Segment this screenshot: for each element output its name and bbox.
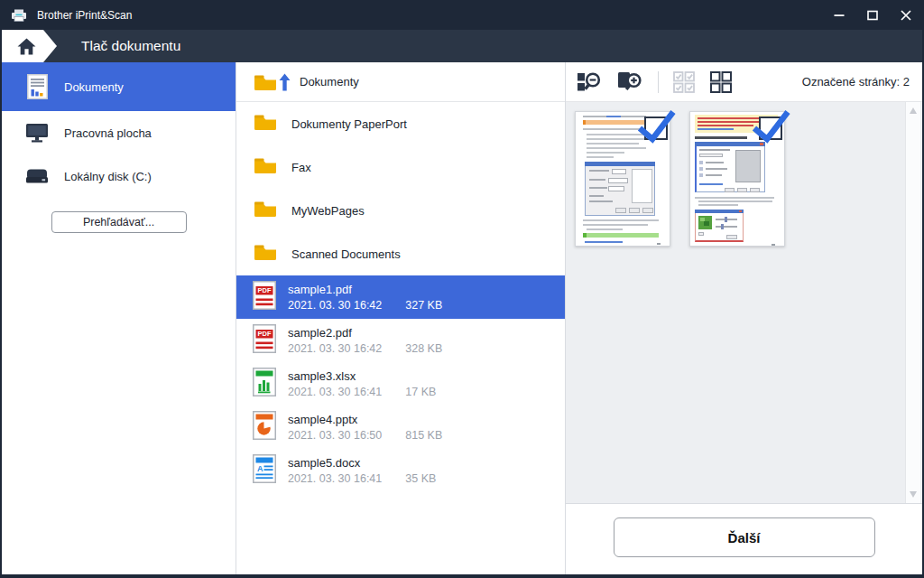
- pdf-file-icon: PDF: [253, 324, 276, 357]
- pptx-file-icon: [253, 411, 276, 443]
- minimize-button[interactable]: [822, 0, 855, 30]
- document-chart-icon: [25, 74, 49, 99]
- sidebar-item-label: Lokálny disk (C:): [64, 170, 152, 183]
- pdf-file-icon: PDF: [253, 281, 276, 313]
- home-button[interactable]: [2, 30, 58, 62]
- grid-view-icon[interactable]: [709, 70, 733, 94]
- file-date: 2021. 03. 30 16:41: [288, 386, 382, 398]
- file-size: 327 KB: [405, 299, 442, 312]
- file-size: 328 KB: [405, 342, 442, 355]
- scroll-down-icon[interactable]: [910, 491, 917, 498]
- folder-icon: [254, 113, 277, 135]
- home-icon: [17, 38, 36, 55]
- main-content: Dokumenty Pracovná plocha: [2, 62, 922, 574]
- zoom-out-icon[interactable]: [577, 70, 604, 94]
- folder-icon: [254, 200, 277, 221]
- page-thumbnail-2[interactable]: [689, 111, 785, 247]
- folder-row-paperport[interactable]: Dokumenty PaperPort: [236, 102, 565, 145]
- parent-folder-label: Dokumenty: [300, 75, 359, 89]
- folder-row-scanned-documents[interactable]: Scanned Documents: [236, 232, 565, 275]
- file-size: 35 KB: [405, 472, 436, 485]
- svg-text:A: A: [257, 464, 263, 473]
- app-header: Tlač dokumentu: [2, 30, 922, 62]
- next-button[interactable]: Ďalší: [614, 517, 875, 557]
- thumbnail-scrollbar[interactable]: [905, 102, 920, 503]
- sidebar-item-label: Pracovná plocha: [64, 126, 152, 140]
- file-row-sample5-docx[interactable]: A sample5.docx 2021. 03. 30 16:41 35 KB: [236, 449, 565, 492]
- folder-up-icon: [254, 73, 291, 91]
- file-name: sample4.pptx: [288, 413, 442, 426]
- file-date: 2021. 03. 30 16:41: [288, 472, 382, 485]
- page-2-checkbox[interactable]: [759, 117, 782, 140]
- file-row-sample1-pdf[interactable]: PDF sample1.pdf 2021. 03. 30 16:42 327 K…: [236, 275, 565, 319]
- file-row-sample3-xlsx[interactable]: sample3.xlsx 2021. 03. 30 16:41 17 KB: [236, 362, 565, 406]
- title-bar: Brother iPrint&Scan: [2, 0, 922, 30]
- sidebar: Dokumenty Pracovná plocha: [2, 62, 236, 574]
- file-row-sample2-pdf[interactable]: PDF sample2.pdf 2021. 03. 30 16:42 328 K…: [236, 319, 565, 362]
- disk-drive-icon: [25, 168, 49, 184]
- sidebar-item-lokalny-disk[interactable]: Lokálny disk (C:): [2, 154, 236, 198]
- file-date: 2021. 03. 30 16:42: [288, 342, 382, 355]
- folder-row-mywebpages[interactable]: MyWebPages: [236, 189, 565, 232]
- folder-row-fax[interactable]: Fax: [236, 145, 565, 189]
- file-row-sample4-pptx[interactable]: sample4.pptx 2021. 03. 30 16:50 815 KB: [236, 406, 565, 449]
- check-icon: [751, 109, 790, 144]
- svg-text:PDF: PDF: [258, 286, 272, 294]
- preview-toolbar: Označené stránky: 2: [566, 62, 922, 102]
- close-icon: [901, 10, 911, 21]
- maximize-button[interactable]: [855, 0, 889, 30]
- folder-icon: [254, 243, 277, 265]
- desktop-icon: [25, 123, 49, 143]
- printer-app-icon: [10, 8, 28, 23]
- preview-panel: Označené stránky: 2: [566, 62, 922, 574]
- file-name: sample2.pdf: [288, 326, 442, 340]
- docx-file-icon: A: [253, 454, 276, 487]
- browse-button[interactable]: Prehľadávať...: [51, 211, 187, 233]
- folder-label: Fax: [291, 161, 311, 174]
- thumbnail-area: [566, 102, 922, 504]
- file-size: 17 KB: [405, 386, 436, 398]
- maximize-icon: [867, 10, 878, 21]
- bottom-bar: Ďalší: [566, 504, 922, 574]
- page-title: Tlač dokumentu: [81, 38, 180, 54]
- folder-label: Scanned Documents: [291, 247, 401, 261]
- check-icon: [636, 109, 676, 144]
- file-name: sample5.docx: [288, 456, 436, 470]
- xlsx-file-icon: [253, 368, 276, 400]
- app-window: Brother iPrint&Scan Tlač dokumentu: [0, 0, 924, 578]
- file-date: 2021. 03. 30 16:42: [288, 299, 382, 312]
- file-name: sample3.xlsx: [288, 369, 436, 383]
- sidebar-item-dokumenty[interactable]: Dokumenty: [2, 62, 236, 111]
- window-title: Brother iPrint&Scan: [37, 9, 132, 22]
- close-button[interactable]: [889, 0, 922, 30]
- window-controls: [822, 0, 922, 30]
- folder-label: Dokumenty PaperPort: [291, 117, 407, 131]
- sidebar-item-label: Dokumenty: [64, 80, 124, 94]
- toolbar-separator: [658, 71, 659, 93]
- file-date: 2021. 03. 30 16:50: [288, 429, 382, 442]
- file-size: 815 KB: [405, 429, 442, 442]
- select-pages-icon: [672, 70, 696, 94]
- file-name: sample1.pdf: [288, 283, 442, 296]
- zoom-in-icon[interactable]: [617, 70, 644, 94]
- folder-icon: [254, 156, 277, 178]
- file-browser: Dokumenty Dokumenty PaperPort Fax MyWebP…: [236, 62, 566, 574]
- sidebar-item-pracovna-plocha[interactable]: Pracovná plocha: [2, 111, 236, 154]
- selected-pages-count: Označené stránky: 2: [802, 75, 911, 89]
- page-1-checkbox[interactable]: [644, 117, 668, 140]
- minimize-icon: [834, 10, 845, 21]
- svg-text:PDF: PDF: [258, 330, 272, 338]
- scroll-up-icon[interactable]: [910, 107, 917, 114]
- page-thumbnail-1[interactable]: [575, 111, 670, 247]
- parent-folder-row[interactable]: Dokumenty: [236, 62, 565, 102]
- folder-label: MyWebPages: [291, 204, 365, 218]
